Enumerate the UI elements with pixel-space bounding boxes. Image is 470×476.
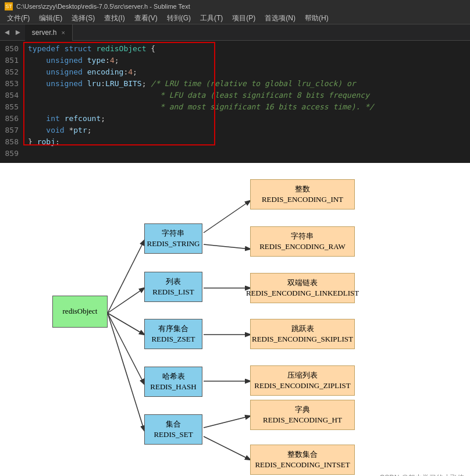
menu-file[interactable]: 文件(F) — [2, 13, 34, 23]
svg-line-6 — [204, 244, 250, 249]
menu-help[interactable]: 帮助(H) — [300, 13, 333, 23]
code-line-853: unsigned lru:LRU_BITS; /* LRU time (rela… — [23, 78, 470, 90]
node-set: 集合REDIS_SET — [144, 414, 202, 445]
tab-label: server.h — [32, 29, 57, 37]
menu-select[interactable]: 选择(S) — [67, 13, 99, 23]
tab-close-button[interactable]: × — [62, 29, 65, 36]
node-string: 字符串REDIS_STRING — [144, 223, 202, 254]
node-enc-raw: 字符串REDIS_ENCODING_RAW — [250, 226, 355, 257]
code-line-858: } robj; — [23, 136, 470, 148]
node-hash: 哈希表REDIS_HASH — [144, 367, 202, 397]
code-line-857: void *ptr; — [23, 125, 470, 136]
line-numbers: 850 851 852 853 854 855 856 857 858 859 — [0, 41, 23, 163]
code-line-852: unsigned encoding:4; — [23, 66, 470, 78]
menu-project[interactable]: 项目(P) — [227, 13, 260, 23]
svg-line-11 — [204, 436, 250, 460]
title-bar: ST C:\Users\zzyy\Desktop\redis-7.0.5\src… — [0, 0, 470, 13]
editor-area: 850 851 852 853 854 855 856 857 858 859 … — [0, 41, 470, 163]
code-line-859 — [23, 148, 470, 159]
menu-bar: 文件(F) 编辑(E) 选择(S) 查找(I) 查看(V) 转到(G) 工具(T… — [0, 13, 470, 24]
code-line-854: * LFU data (least significant 8 bits fre… — [23, 90, 470, 101]
diagram-area: redisObject 字符串REDIS_STRING 列表REDIS_LIST… — [0, 163, 470, 476]
node-enc-int: 整数REDIS_ENCODING_INT — [250, 179, 355, 209]
node-enc-linkedlist: 双端链表REDIS_ENCODING_LINKEDLIST — [250, 273, 355, 303]
code-editor[interactable]: typedef struct redisObject { unsigned ty… — [23, 41, 470, 163]
svg-line-3 — [108, 313, 144, 384]
svg-line-5 — [204, 201, 250, 233]
tab-bar: ◄ ► server.h × — [0, 24, 470, 41]
tab-server-h[interactable]: server.h × — [25, 24, 73, 41]
code-line-851: unsigned type:4; — [23, 55, 470, 66]
code-line-855: * and most significant 16 bits access ti… — [23, 101, 470, 113]
svg-line-0 — [108, 240, 144, 313]
code-line-850: typedef struct redisObject { — [23, 43, 470, 55]
tab-next-button[interactable]: ► — [13, 28, 22, 37]
menu-preferences[interactable]: 首选项(N) — [260, 13, 300, 23]
menu-tools[interactable]: 工具(T) — [195, 13, 227, 23]
code-line-856: int refcount; — [23, 113, 470, 125]
watermark: CSDN @努力学习的小飞侠 — [379, 473, 464, 476]
menu-find[interactable]: 查找(I) — [99, 13, 129, 23]
tab-prev-button[interactable]: ◄ — [2, 28, 12, 37]
menu-edit[interactable]: 编辑(E) — [34, 13, 67, 23]
node-enc-skiplist: 跳跃表REDIS_ENCODING_SKIPLIST — [250, 319, 355, 349]
menu-goto[interactable]: 转到(G) — [162, 13, 195, 23]
menu-view[interactable]: 查看(V) — [130, 13, 162, 23]
tab-nav: ◄ ► — [0, 28, 25, 37]
app-icon: ST — [5, 2, 13, 10]
svg-line-4 — [108, 313, 144, 431]
svg-line-2 — [108, 313, 144, 335]
svg-line-10 — [204, 416, 250, 428]
svg-line-1 — [108, 288, 144, 313]
node-enc-ziplist: 压缩列表REDIS_ENCODING_ZIPLIST — [250, 365, 355, 396]
node-zset: 有序集合REDIS_ZSET — [144, 319, 202, 349]
node-redisobject: redisObject — [52, 296, 108, 328]
node-enc-intset: 整数集合REDIS_ENCODING_INTSET — [250, 445, 355, 475]
window-title: C:\Users\zzyy\Desktop\redis-7.0.5\src\se… — [16, 3, 190, 10]
node-list: 列表REDIS_LIST — [144, 272, 202, 302]
node-enc-ht: 字典REDIS_ENCODING_HT — [250, 400, 355, 430]
